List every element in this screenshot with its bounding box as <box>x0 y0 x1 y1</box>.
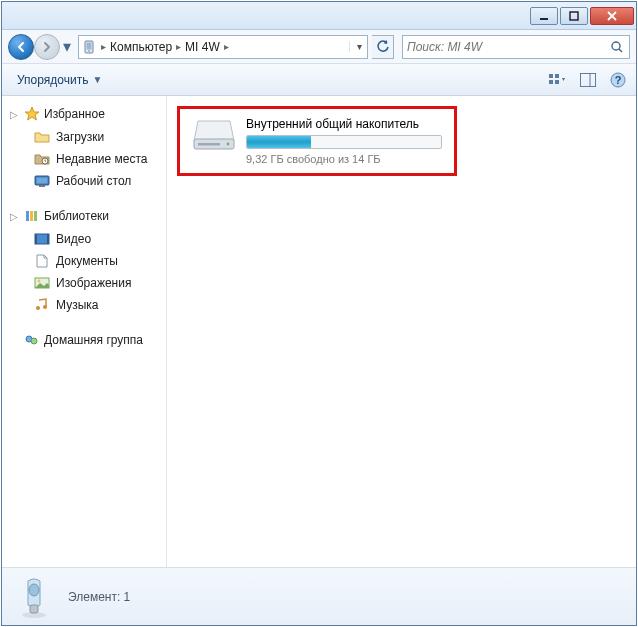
sidebar-item-label: Документы <box>56 254 118 268</box>
sidebar-item-label: Рабочий стол <box>56 174 131 188</box>
svg-rect-36 <box>30 605 38 613</box>
view-options-button[interactable] <box>548 70 568 90</box>
desktop-icon <box>34 173 50 189</box>
star-icon <box>24 106 40 122</box>
sidebar-item-documents[interactable]: Документы <box>2 250 166 272</box>
help-button[interactable]: ? <box>608 70 628 90</box>
collapse-icon[interactable]: ▷ <box>10 211 20 222</box>
collapse-icon[interactable]: ▷ <box>10 109 20 120</box>
preview-pane-button[interactable] <box>578 70 598 90</box>
drive-icon <box>192 117 236 153</box>
search-icon[interactable] <box>609 39 625 55</box>
nav-buttons: ▾ <box>8 34 74 60</box>
body: ▷ Избранное Загрузки Недавние места Рабо… <box>2 96 636 567</box>
music-icon <box>34 297 50 313</box>
device-icon <box>81 39 97 55</box>
sidebar-libraries-label: Библиотеки <box>44 209 109 223</box>
search-input[interactable] <box>407 40 609 54</box>
device-large-icon <box>14 575 54 619</box>
libraries-icon <box>24 208 40 224</box>
minimize-button[interactable] <box>530 7 558 25</box>
svg-point-27 <box>36 306 40 310</box>
sidebar-item-label: Музыка <box>56 298 98 312</box>
sidebar-favorites-header[interactable]: ▷ Избранное <box>2 102 166 126</box>
nav-row: ▾ ▸ Компьютер ▸ MI 4W ▸ ▾ <box>2 30 636 64</box>
sidebar-item-videos[interactable]: Видео <box>2 228 166 250</box>
chevron-right-icon[interactable]: ▸ <box>222 41 231 52</box>
sidebar-item-label: Изображения <box>56 276 131 290</box>
sidebar-homegroup-label: Домашняя группа <box>44 333 143 347</box>
drive-title: Внутренний общий накопитель <box>246 117 442 131</box>
svg-rect-32 <box>198 143 220 146</box>
video-icon <box>34 231 50 247</box>
drive-info: Внутренний общий накопитель 9,32 ГБ своб… <box>246 117 442 165</box>
svg-rect-24 <box>47 234 49 244</box>
svg-rect-20 <box>30 211 33 221</box>
drive-item[interactable]: Внутренний общий накопитель 9,32 ГБ своб… <box>192 117 442 165</box>
svg-rect-23 <box>35 234 37 244</box>
sidebar-item-label: Загрузки <box>56 130 104 144</box>
svg-rect-21 <box>34 211 37 221</box>
sidebar-favorites-label: Избранное <box>44 107 105 121</box>
capacity-bar-fill <box>247 136 311 148</box>
sidebar-item-downloads[interactable]: Загрузки <box>2 126 166 148</box>
navigation-pane[interactable]: ▷ Избранное Загрузки Недавние места Рабо… <box>2 96 167 567</box>
refresh-button[interactable] <box>372 35 394 59</box>
address-bar[interactable]: ▸ Компьютер ▸ MI 4W ▸ ▾ <box>78 35 368 59</box>
svg-point-33 <box>227 143 230 146</box>
maximize-button[interactable] <box>560 7 588 25</box>
svg-text:?: ? <box>615 74 622 86</box>
highlight-box: Внутренний общий накопитель 9,32 ГБ своб… <box>177 106 457 176</box>
svg-rect-17 <box>37 178 48 184</box>
svg-point-5 <box>612 42 620 50</box>
sidebar-item-pictures[interactable]: Изображения <box>2 272 166 294</box>
sidebar-item-desktop[interactable]: Рабочий стол <box>2 170 166 192</box>
command-bar: Упорядочить ▼ ? <box>2 64 636 96</box>
sidebar-item-recent[interactable]: Недавние места <box>2 148 166 170</box>
content-area[interactable]: Внутренний общий накопитель 9,32 ГБ своб… <box>167 96 636 567</box>
forward-button[interactable] <box>34 34 60 60</box>
drive-subtitle: 9,32 ГБ свободно из 14 ГБ <box>246 153 442 165</box>
command-bar-right: ? <box>548 70 628 90</box>
close-button[interactable] <box>590 7 634 25</box>
svg-point-30 <box>31 338 37 344</box>
sidebar-item-music[interactable]: Музыка <box>2 294 166 316</box>
svg-rect-9 <box>549 80 553 84</box>
svg-rect-1 <box>570 12 578 20</box>
pictures-icon <box>34 275 50 291</box>
chevron-right-icon[interactable]: ▸ <box>99 41 108 52</box>
svg-rect-11 <box>581 73 596 86</box>
svg-line-6 <box>619 49 622 52</box>
svg-rect-22 <box>35 234 49 244</box>
nav-history-dropdown[interactable]: ▾ <box>60 34 74 60</box>
homegroup-icon <box>24 332 40 348</box>
back-button[interactable] <box>8 34 34 60</box>
document-icon <box>34 253 50 269</box>
svg-point-4 <box>88 50 90 52</box>
svg-rect-19 <box>26 211 29 221</box>
svg-rect-18 <box>39 185 45 187</box>
address-dropdown[interactable]: ▾ <box>349 41 365 52</box>
svg-point-26 <box>38 280 41 283</box>
status-text: Элемент: 1 <box>68 590 130 604</box>
organize-button[interactable]: Упорядочить ▼ <box>10 69 109 91</box>
svg-rect-7 <box>549 74 553 78</box>
svg-rect-8 <box>555 74 559 78</box>
status-bar: Элемент: 1 <box>2 567 636 625</box>
title-bar <box>2 2 636 30</box>
search-box[interactable] <box>402 35 630 59</box>
chevron-down-icon: ▼ <box>92 74 102 85</box>
sidebar-item-label: Видео <box>56 232 91 246</box>
folder-icon <box>34 129 50 145</box>
recent-icon <box>34 151 50 167</box>
chevron-right-icon[interactable]: ▸ <box>174 41 183 52</box>
organize-label: Упорядочить <box>17 73 88 87</box>
svg-point-28 <box>43 305 47 309</box>
svg-point-35 <box>29 584 39 596</box>
sidebar-item-label: Недавние места <box>56 152 147 166</box>
svg-rect-3 <box>87 42 92 49</box>
sidebar-libraries-header[interactable]: ▷ Библиотеки <box>2 204 166 228</box>
breadcrumb-item-computer[interactable]: Компьютер <box>110 40 172 54</box>
sidebar-homegroup-header[interactable]: ▷ Домашняя группа <box>2 328 166 352</box>
breadcrumb-item-device[interactable]: MI 4W <box>185 40 220 54</box>
